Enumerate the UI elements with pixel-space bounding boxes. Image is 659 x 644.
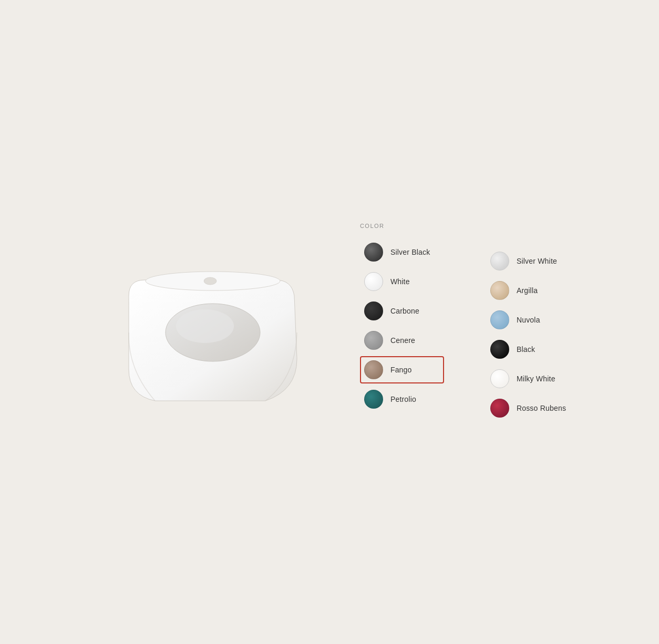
swatch-petrolio xyxy=(364,390,383,409)
main-container: COLOR Silver Black White Carbone xyxy=(0,0,659,644)
swatch-rosso-rubens xyxy=(490,399,509,418)
swatch-black xyxy=(490,340,509,359)
color-name-fango: Fango xyxy=(390,366,412,374)
color-selector-area: COLOR Silver Black White Carbone xyxy=(360,223,572,422)
color-list-right: Silver White Argilla Nuvola Black xyxy=(486,247,572,422)
swatch-milky-white xyxy=(490,369,509,388)
toilet-product-image xyxy=(113,238,313,406)
swatch-carbone xyxy=(364,302,383,320)
color-item-milky-white[interactable]: Milky White xyxy=(486,365,572,392)
swatch-argilla xyxy=(490,281,509,300)
color-item-petrolio[interactable]: Petrolio xyxy=(360,386,444,413)
color-section-label: COLOR xyxy=(360,223,444,229)
color-item-silver-black[interactable]: Silver Black xyxy=(360,238,444,266)
svg-point-3 xyxy=(204,277,217,285)
color-name-argilla: Argilla xyxy=(517,286,538,295)
color-item-fango[interactable]: Fango xyxy=(360,356,444,383)
color-name-nuvola: Nuvola xyxy=(517,316,540,324)
color-item-white[interactable]: White xyxy=(360,268,444,295)
color-item-nuvola[interactable]: Nuvola xyxy=(486,306,572,334)
swatch-silver-white xyxy=(490,252,509,271)
color-item-argilla[interactable]: Argilla xyxy=(486,277,572,304)
color-name-white: White xyxy=(390,277,410,286)
color-section-right: Silver White Argilla Nuvola Black xyxy=(486,223,572,422)
product-image-area xyxy=(87,191,339,453)
color-item-carbone[interactable]: Carbone xyxy=(360,297,444,325)
color-section-left: COLOR Silver Black White Carbone xyxy=(360,223,444,413)
color-item-black[interactable]: Black xyxy=(486,336,572,363)
color-name-black: Black xyxy=(517,345,535,354)
color-name-cenere: Cenere xyxy=(390,336,415,345)
color-list-left: Silver Black White Carbone Cenere xyxy=(360,238,444,413)
color-item-cenere[interactable]: Cenere xyxy=(360,327,444,354)
color-item-rosso-rubens[interactable]: Rosso Rubens xyxy=(486,394,572,422)
color-name-rosso-rubens: Rosso Rubens xyxy=(517,404,566,412)
swatch-fango xyxy=(364,360,383,379)
color-name-silver-black: Silver Black xyxy=(390,248,430,256)
color-name-milky-white: Milky White xyxy=(517,375,555,383)
color-name-silver-white: Silver White xyxy=(517,257,557,265)
svg-point-2 xyxy=(176,309,234,343)
spacer xyxy=(486,223,572,238)
color-name-petrolio: Petrolio xyxy=(390,395,416,403)
color-item-silver-white[interactable]: Silver White xyxy=(486,247,572,275)
swatch-white xyxy=(364,272,383,291)
swatch-cenere xyxy=(364,331,383,350)
color-name-carbone: Carbone xyxy=(390,307,419,315)
swatch-nuvola xyxy=(490,310,509,329)
swatch-silver-black xyxy=(364,243,383,262)
